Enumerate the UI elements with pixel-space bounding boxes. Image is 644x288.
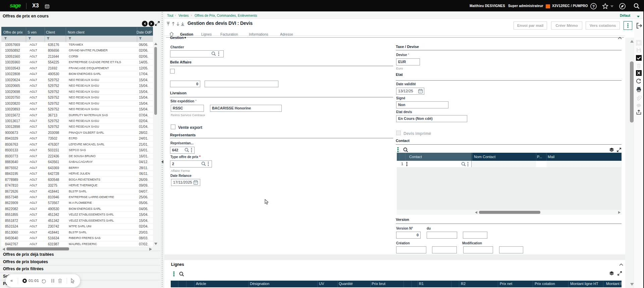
svg-text:?: ? bbox=[592, 4, 595, 8]
